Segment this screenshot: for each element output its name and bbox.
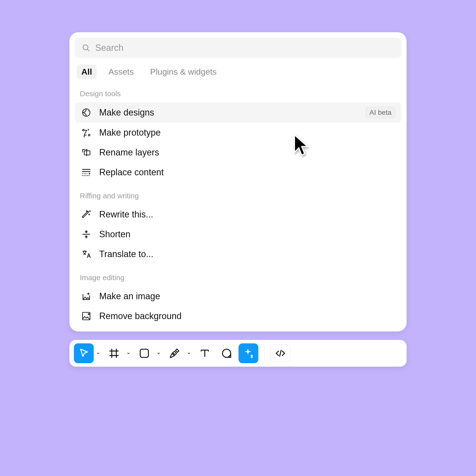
shape-tool-chevron[interactable] <box>155 343 163 363</box>
svg-point-20 <box>173 354 174 355</box>
svg-point-0 <box>83 45 88 50</box>
frame-tool-chevron[interactable] <box>124 343 132 363</box>
remove-bg-icon <box>81 311 92 322</box>
row-make-an-image[interactable]: Make an image <box>75 286 401 306</box>
row-label: Make an image <box>99 291 395 301</box>
filter-tabs: All Assets Plugins & widgets <box>75 63 401 86</box>
row-label: Translate to... <box>99 249 395 259</box>
dev-mode-toggle[interactable] <box>292 345 305 362</box>
section-header-image-editing: Image editing <box>75 270 401 286</box>
row-label: Remove background <box>99 311 395 321</box>
row-label: Replace content <box>99 167 395 178</box>
move-tool-chevron[interactable] <box>94 343 102 363</box>
row-shorten[interactable]: Shorten <box>75 224 401 244</box>
comment-tool[interactable] <box>217 343 237 363</box>
move-tool-group <box>74 343 102 363</box>
make-image-icon <box>81 291 92 302</box>
move-tool[interactable] <box>74 343 94 363</box>
ai-tool[interactable] <box>238 343 258 363</box>
toolbar <box>69 340 407 367</box>
pen-tool-chevron[interactable] <box>185 343 193 363</box>
shape-tool[interactable] <box>134 343 154 363</box>
shorten-icon <box>81 229 92 240</box>
replace-content-icon <box>81 167 92 178</box>
row-rewrite-this[interactable]: Rewrite this... <box>75 205 401 224</box>
svg-rect-6 <box>84 151 90 155</box>
svg-point-3 <box>88 111 89 111</box>
svg-rect-19 <box>140 349 149 357</box>
row-label: Make designs <box>99 107 358 118</box>
magic-wand-icon <box>81 209 92 220</box>
svg-point-5 <box>88 134 90 136</box>
tab-plugins-widgets[interactable]: Plugins & widgets <box>146 64 221 79</box>
section-header-riffing-writing: Riffing and writing <box>75 188 401 205</box>
row-replace-content[interactable]: Replace content <box>75 162 401 182</box>
frame-tool[interactable] <box>104 343 124 363</box>
row-remove-background[interactable]: Remove background <box>75 306 401 326</box>
search-input[interactable] <box>95 43 394 53</box>
text-tool[interactable] <box>195 343 215 363</box>
row-label: Make prototype <box>99 127 395 138</box>
tab-assets[interactable]: Assets <box>104 64 138 79</box>
section-header-design-tools: Design tools <box>75 86 401 102</box>
translate-icon <box>81 249 92 260</box>
row-label: Shorten <box>99 229 395 239</box>
search-box[interactable] <box>75 38 401 58</box>
row-label: Rename layers <box>99 147 395 158</box>
tab-all[interactable]: All <box>77 64 96 79</box>
toolbar-divider <box>264 345 265 362</box>
pen-tool[interactable] <box>165 343 184 363</box>
row-make-prototype[interactable]: Make prototype <box>75 123 401 143</box>
prototype-flow-icon <box>81 127 92 138</box>
frame-tool-group <box>104 343 132 363</box>
dev-mode-button[interactable] <box>270 345 290 362</box>
row-make-designs[interactable]: Make designs AI beta <box>75 102 401 123</box>
sparkle-cursor-icon <box>81 107 92 118</box>
row-rename-layers[interactable]: Rename layers <box>75 143 401 162</box>
svg-point-4 <box>83 129 84 131</box>
search-icon <box>82 44 90 52</box>
ai-beta-badge: AI beta <box>366 107 395 118</box>
rename-layers-icon <box>81 147 92 158</box>
svg-line-1 <box>88 49 89 51</box>
shape-tool-group <box>134 343 163 363</box>
row-translate-to[interactable]: Translate to... <box>75 244 401 264</box>
pen-tool-group <box>165 343 193 363</box>
actions-panel: All Assets Plugins & widgets Design tool… <box>69 32 407 331</box>
row-label: Rewrite this... <box>99 209 395 220</box>
